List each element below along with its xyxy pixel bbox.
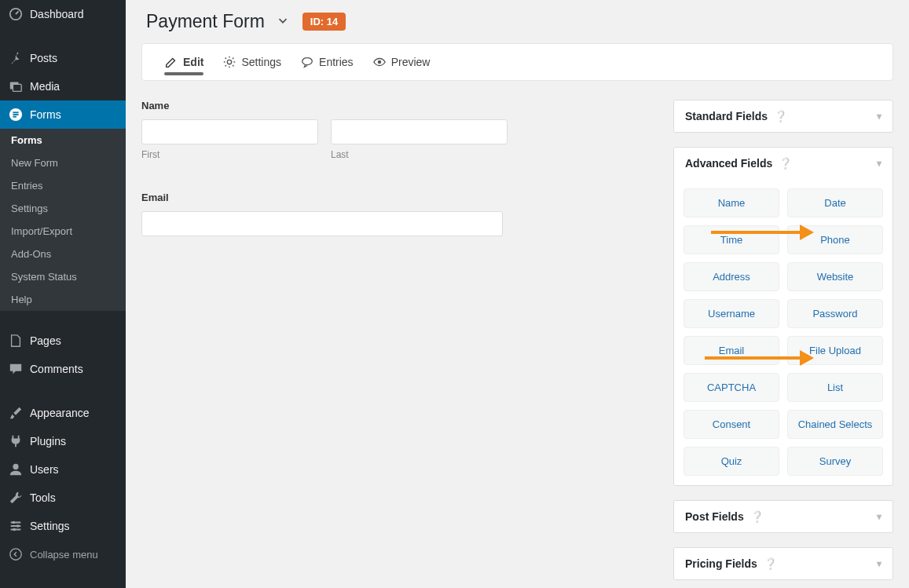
standard-fields-section: Standard Fields ❔ ▾ bbox=[673, 100, 893, 133]
sub-new-form[interactable]: New Form bbox=[0, 152, 126, 174]
field-btn-list[interactable]: List bbox=[787, 373, 883, 402]
sidebar-posts[interactable]: Posts bbox=[0, 44, 126, 72]
svg-point-9 bbox=[16, 524, 20, 528]
standard-fields-toggle[interactable]: Standard Fields ❔ ▾ bbox=[674, 100, 893, 132]
plug-icon bbox=[8, 433, 24, 449]
field-btn-survey[interactable]: Survey bbox=[787, 447, 883, 476]
sidebar-label: Settings bbox=[30, 520, 70, 532]
svg-rect-6 bbox=[13, 116, 16, 118]
chevron-down-icon: ▾ bbox=[877, 111, 882, 122]
svg-point-10 bbox=[13, 528, 16, 531]
eye-icon bbox=[372, 55, 387, 69]
post-fields-toggle[interactable]: Post Fields ❔ ▾ bbox=[674, 501, 893, 532]
svg-rect-2 bbox=[13, 84, 21, 91]
sidebar-pages[interactable]: Pages bbox=[0, 327, 126, 355]
sub-settings[interactable]: Settings bbox=[0, 197, 126, 220]
sidebar-collapse[interactable]: Collapse menu bbox=[0, 540, 126, 568]
chevron-down-icon: ▾ bbox=[877, 558, 882, 569]
field-btn-website[interactable]: Website bbox=[787, 262, 883, 291]
advanced-fields-toggle[interactable]: Advanced Fields ❔ ▾ bbox=[674, 148, 893, 179]
field-btn-file-upload[interactable]: File Upload bbox=[787, 336, 883, 365]
brush-icon bbox=[8, 405, 24, 421]
form-id-badge: ID: 14 bbox=[302, 13, 346, 31]
collapse-icon bbox=[8, 546, 24, 562]
sub-forms[interactable]: Forms bbox=[0, 129, 126, 152]
tab-edit[interactable]: Edit bbox=[155, 44, 213, 80]
tab-settings[interactable]: Settings bbox=[213, 44, 291, 80]
field-btn-quiz[interactable]: Quiz bbox=[684, 447, 779, 476]
panel-title: Standard Fields bbox=[685, 110, 768, 122]
sidebar-dashboard[interactable]: Dashboard bbox=[0, 0, 126, 28]
field-btn-password[interactable]: Password bbox=[787, 299, 883, 328]
main-content: Payment Form ID: 14 Edit Settings Entrie… bbox=[126, 0, 909, 588]
post-fields-section: Post Fields ❔ ▾ bbox=[673, 500, 893, 533]
sidebar-comments[interactable]: Comments bbox=[0, 355, 126, 383]
sidebar-appearance[interactable]: Appearance bbox=[0, 399, 126, 427]
field-btn-username[interactable]: Username bbox=[684, 299, 779, 328]
panel-title: Pricing Fields bbox=[685, 557, 757, 570]
edit-icon bbox=[164, 55, 178, 69]
tab-label: Settings bbox=[241, 56, 281, 68]
help-icon[interactable]: ❔ bbox=[750, 510, 764, 523]
sidebar-forms-submenu: Forms New Form Entries Settings Import/E… bbox=[0, 129, 126, 311]
field-btn-phone[interactable]: Phone bbox=[787, 225, 883, 254]
svg-point-13 bbox=[302, 58, 313, 65]
field-btn-name[interactable]: Name bbox=[684, 188, 779, 217]
page-title: Payment Form bbox=[146, 11, 265, 32]
sidebar-label: Comments bbox=[30, 363, 83, 375]
tab-label: Entries bbox=[319, 56, 354, 68]
sidebar-plugins[interactable]: Plugins bbox=[0, 427, 126, 455]
last-name-input[interactable] bbox=[331, 119, 508, 144]
dashboard-icon bbox=[8, 6, 24, 22]
first-name-input[interactable] bbox=[141, 119, 318, 144]
svg-point-8 bbox=[13, 521, 16, 524]
field-btn-address[interactable]: Address bbox=[684, 262, 779, 291]
email-input[interactable] bbox=[141, 211, 503, 236]
field-btn-captcha[interactable]: CAPTCHA bbox=[684, 373, 779, 402]
svg-point-14 bbox=[377, 60, 381, 64]
chat-icon bbox=[300, 55, 314, 69]
chevron-down-icon: ▾ bbox=[877, 158, 882, 169]
sidebar-label: Media bbox=[30, 80, 60, 93]
sidebar-label: Appearance bbox=[30, 407, 90, 419]
field-btn-time[interactable]: Time bbox=[684, 225, 779, 254]
sidebar-label: Pages bbox=[30, 334, 61, 347]
tab-preview[interactable]: Preview bbox=[363, 44, 440, 80]
sub-entries[interactable]: Entries bbox=[0, 174, 126, 197]
help-icon[interactable]: ❔ bbox=[774, 110, 787, 122]
first-sublabel: First bbox=[141, 149, 318, 160]
sub-system-status[interactable]: System Status bbox=[0, 265, 126, 288]
pricing-fields-toggle[interactable]: Pricing Fields ❔ ▾ bbox=[674, 548, 893, 579]
field-btn-chained-selects[interactable]: Chained Selects bbox=[787, 410, 883, 439]
field-name[interactable]: Name First Last bbox=[141, 100, 658, 160]
field-email[interactable]: Email bbox=[141, 192, 658, 236]
tab-label: Edit bbox=[183, 56, 203, 68]
sidebar-forms[interactable]: Forms bbox=[0, 100, 126, 129]
wrench-icon bbox=[8, 490, 24, 506]
field-btn-email[interactable]: Email bbox=[684, 336, 779, 365]
help-icon[interactable]: ❔ bbox=[779, 157, 792, 170]
sidebar-media[interactable]: Media bbox=[0, 72, 126, 100]
sidebar-settings[interactable]: Settings bbox=[0, 512, 126, 540]
pages-icon bbox=[8, 333, 24, 349]
svg-point-12 bbox=[228, 60, 232, 64]
field-btn-consent[interactable]: Consent bbox=[684, 410, 779, 439]
help-icon[interactable]: ❔ bbox=[764, 557, 777, 570]
tab-entries[interactable]: Entries bbox=[291, 44, 363, 80]
sidebar-tools[interactable]: Tools bbox=[0, 484, 126, 512]
field-btn-date[interactable]: Date bbox=[787, 188, 883, 217]
form-switcher[interactable] bbox=[276, 13, 290, 30]
panel-title: Advanced Fields bbox=[685, 157, 772, 170]
last-sublabel: Last bbox=[331, 149, 508, 160]
sub-help[interactable]: Help bbox=[0, 288, 126, 311]
advanced-field-grid: Name Date Time Phone Address Website Use… bbox=[684, 188, 883, 476]
panel-title: Post Fields bbox=[685, 510, 744, 523]
page-header: Payment Form ID: 14 bbox=[141, 0, 893, 43]
sub-import-export[interactable]: Import/Export bbox=[0, 220, 126, 243]
sidebar-label: Dashboard bbox=[30, 8, 84, 20]
svg-point-11 bbox=[10, 549, 21, 560]
sidebar-users[interactable]: Users bbox=[0, 455, 126, 484]
sidebar-label: Users bbox=[30, 463, 59, 476]
sub-addons[interactable]: Add-Ons bbox=[0, 243, 126, 265]
svg-rect-5 bbox=[13, 114, 18, 115]
